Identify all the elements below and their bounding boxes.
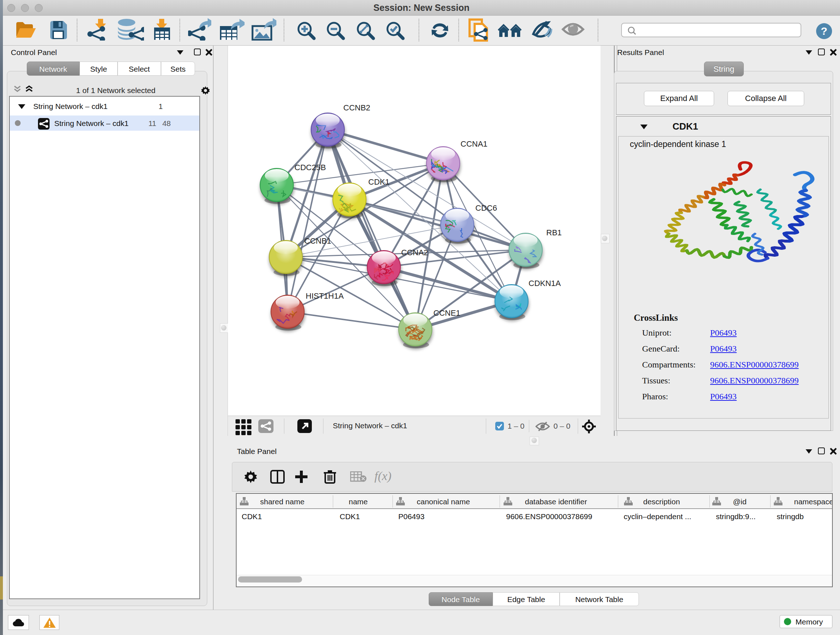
svg-text:CCNB1: CCNB1	[304, 236, 332, 245]
svg-text:HIST1H1A: HIST1H1A	[306, 291, 344, 301]
svg-text:RB1: RB1	[546, 228, 562, 237]
svg-text:CCNA1: CCNA1	[461, 139, 488, 149]
svg-text:CDK1: CDK1	[368, 177, 390, 187]
svg-text:CCNA2: CCNA2	[401, 248, 428, 257]
svg-text:CCNE1: CCNE1	[433, 309, 461, 318]
svg-text:CDC25B: CDC25B	[294, 163, 326, 172]
svg-text:CDKN1A: CDKN1A	[529, 279, 561, 288]
svg-text:CCNB2: CCNB2	[343, 103, 370, 112]
svg-text:CDC6: CDC6	[475, 203, 497, 212]
